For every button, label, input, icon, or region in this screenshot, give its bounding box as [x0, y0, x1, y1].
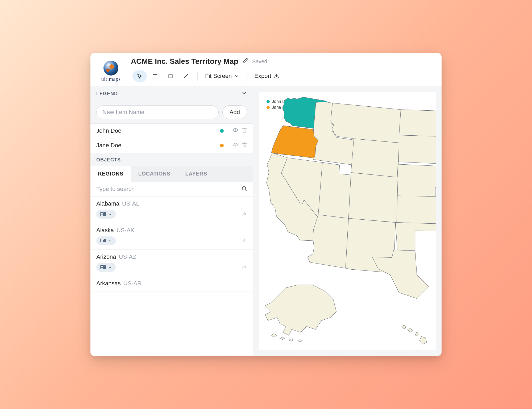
state-north-dakota[interactable]: [399, 110, 436, 137]
legend-item-swatch[interactable]: [220, 144, 224, 147]
tab-locations[interactable]: LOCATIONS: [131, 166, 178, 182]
visibility-toggle-icon[interactable]: [233, 127, 238, 134]
fill-label: Fill: [100, 265, 106, 270]
edit-title-icon[interactable]: [242, 58, 248, 65]
legend-item-name: Jane Doe: [96, 142, 220, 149]
legend-list: John DoeJane Doe: [90, 124, 253, 153]
state-alaska[interactable]: [265, 285, 336, 335]
export-label: Export: [254, 73, 271, 80]
legend-item-name: John Doe: [96, 127, 220, 134]
fill-dropdown[interactable]: Fill: [96, 236, 116, 245]
svg-rect-0: [169, 74, 172, 78]
download-icon: [274, 73, 279, 79]
svg-line-1: [184, 74, 188, 78]
chevron-down-icon: [108, 239, 112, 243]
fill-dropdown[interactable]: Fill: [96, 263, 116, 272]
state-nebraska[interactable]: [397, 164, 436, 198]
legend-collapse-toggle[interactable]: [241, 90, 247, 97]
state-oklahoma[interactable]: [396, 223, 436, 251]
chevron-down-icon: [108, 212, 112, 216]
line-tool[interactable]: [179, 70, 193, 82]
map-canvas[interactable]: John DoeJane Doe: [259, 92, 436, 350]
fill-label: Fill: [100, 211, 106, 217]
visibility-toggle-icon[interactable]: [233, 142, 238, 149]
legend-heading: LEGEND: [96, 91, 118, 97]
locate-icon[interactable]: [242, 264, 247, 271]
legend-item[interactable]: Jane Doe: [90, 138, 253, 153]
pointer-tool[interactable]: [132, 70, 147, 82]
search-icon[interactable]: [241, 186, 247, 193]
region-name: Alaska: [96, 227, 114, 234]
region-name: Arizona: [96, 253, 116, 260]
rectangle-tool[interactable]: [163, 70, 178, 82]
svg-line-15: [243, 268, 243, 269]
delete-icon[interactable]: [242, 142, 247, 149]
text-tool[interactable]: [148, 70, 162, 82]
chevron-down-icon: [234, 74, 239, 78]
fit-screen-button[interactable]: Fit Screen: [200, 70, 244, 82]
legend-item[interactable]: John Doe: [90, 124, 253, 138]
legend-add-button[interactable]: Add: [222, 105, 247, 119]
document-title: ACME Inc. Sales Territory Map: [131, 57, 238, 66]
toolbar-separator: [197, 72, 198, 81]
fit-screen-label: Fit Screen: [205, 73, 232, 80]
state-kansas[interactable]: [396, 196, 436, 224]
tab-regions[interactable]: REGIONS: [90, 166, 131, 182]
svg-line-12: [243, 241, 243, 242]
fill-dropdown[interactable]: Fill: [96, 210, 116, 219]
brand-name: ultimaps: [101, 76, 121, 82]
state-colorado[interactable]: [348, 173, 398, 223]
chevron-down-icon: [108, 266, 112, 269]
state-oregon[interactable]: [271, 126, 321, 158]
export-button[interactable]: Export: [250, 70, 284, 82]
svg-point-3: [235, 130, 236, 131]
chevron-down-icon: [241, 90, 247, 96]
svg-point-5: [242, 187, 246, 190]
delete-icon[interactable]: [242, 127, 247, 134]
state-utah[interactable]: [318, 162, 351, 218]
region-code: US-AL: [122, 200, 139, 207]
globe-icon: [103, 61, 118, 76]
brand-logo: ultimaps: [96, 61, 126, 82]
region-name: Arkansas: [96, 280, 121, 287]
state-montana[interactable]: [331, 103, 401, 143]
objects-tabs: REGIONSLOCATIONSLAYERS: [90, 166, 253, 182]
save-status: Saved: [252, 59, 267, 65]
region-list: AlabamaUS-ALFillAlaskaUS-AKFillArizonaUS…: [90, 197, 253, 356]
objects-heading: OBJECTS: [90, 153, 253, 166]
legend-section-header: LEGEND: [90, 86, 253, 101]
app-window: ultimaps ACME Inc. Sales Territory Map S…: [90, 53, 442, 356]
state-south-dakota[interactable]: [398, 135, 436, 164]
region-code: US-AR: [123, 280, 142, 287]
region-item[interactable]: AlabamaUS-ALFill: [90, 197, 253, 223]
state-alaska-islands[interactable]: [271, 333, 302, 342]
tab-layers[interactable]: LAYERS: [178, 166, 215, 182]
header: ultimaps ACME Inc. Sales Territory Map S…: [90, 53, 442, 86]
region-item[interactable]: AlaskaUS-AKFill: [90, 223, 253, 250]
region-name: Alabama: [96, 200, 119, 207]
locate-icon[interactable]: [242, 211, 247, 218]
locate-icon[interactable]: [242, 238, 247, 244]
toolbar-separator: [247, 72, 247, 81]
svg-line-6: [245, 190, 246, 191]
state-texas[interactable]: [372, 250, 429, 298]
legend-item-swatch[interactable]: [220, 129, 224, 133]
svg-point-4: [235, 144, 236, 145]
state-wyoming[interactable]: [351, 139, 399, 177]
legend-new-item-input[interactable]: [96, 105, 219, 119]
fill-label: Fill: [100, 238, 106, 244]
objects-search-input[interactable]: [96, 186, 238, 193]
map-area: John DoeJane Doe: [253, 86, 442, 356]
state-hawaii[interactable]: [402, 325, 427, 344]
us-map-svg: [259, 92, 436, 350]
region-item[interactable]: ArkansasUS-AR: [90, 276, 253, 291]
svg-line-9: [243, 215, 243, 216]
toolbar: Fit Screen Export: [131, 70, 436, 86]
region-item[interactable]: ArizonaUS-AZFill: [90, 250, 253, 276]
region-code: US-AK: [117, 227, 134, 234]
sidebar: LEGEND Add John DoeJane Doe OBJECTS REGI…: [90, 86, 253, 356]
region-code: US-AZ: [119, 253, 136, 260]
